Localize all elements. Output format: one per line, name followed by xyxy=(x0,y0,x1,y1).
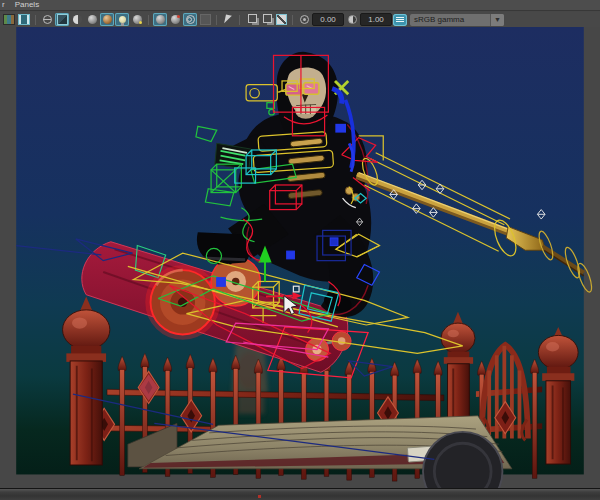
chevron-down-icon[interactable]: ▼ xyxy=(490,14,504,26)
contrast-glyph xyxy=(348,15,357,24)
toolbar-separator xyxy=(216,15,217,25)
plugin-shading-glyph xyxy=(200,14,211,25)
maya-viewport-window: { "menu_bar": { "items": [ {"label": "r"… xyxy=(0,0,600,500)
lightbulb-glyph xyxy=(119,16,126,23)
camera-image-glyph xyxy=(3,14,15,25)
menu-item-renderer[interactable]: r xyxy=(2,0,5,10)
xray-mode-icon[interactable] xyxy=(183,13,197,26)
gamma-correct-icon[interactable] xyxy=(393,14,407,26)
shaded-mode-icon[interactable] xyxy=(55,13,69,26)
isolate-glyph xyxy=(276,14,287,25)
paste-glyph xyxy=(263,14,272,23)
lighting-icon[interactable] xyxy=(115,13,129,26)
gamma-field[interactable]: 1.00 xyxy=(360,13,392,26)
shadows-icon[interactable] xyxy=(130,13,144,26)
material-ball-glyph xyxy=(73,15,82,24)
film-gate-glyph xyxy=(18,14,30,25)
toolbar-separator xyxy=(239,15,240,25)
view-transform-value: sRGB gamma xyxy=(410,14,464,26)
copy-layer-icon[interactable] xyxy=(244,13,258,26)
exposure-icon[interactable] xyxy=(297,13,311,26)
default-material-glyph xyxy=(156,15,165,24)
panel-menu-bar: r Panels xyxy=(0,0,600,11)
xray-glyph xyxy=(186,15,195,24)
viewport-3d[interactable] xyxy=(0,27,600,500)
exposure-field[interactable]: 0.00 xyxy=(312,13,344,26)
stone-post-left[interactable] xyxy=(63,297,110,465)
shadows-glyph xyxy=(133,15,142,24)
plugin-shading-icon[interactable] xyxy=(198,13,212,26)
bottom-panel-bar[interactable] xyxy=(0,488,600,500)
film-gate-icon[interactable] xyxy=(17,13,31,26)
toolbar-separator xyxy=(148,15,149,25)
isolate-select-icon[interactable] xyxy=(274,13,288,26)
viewport-canvas[interactable] xyxy=(0,27,600,500)
wireframe-on-shaded-icon[interactable] xyxy=(85,13,99,26)
select-arrow-glyph xyxy=(224,14,232,24)
default-material-icon[interactable] xyxy=(153,13,167,26)
shaded-cube-glyph xyxy=(57,14,68,25)
textured-mode-icon[interactable] xyxy=(100,13,114,26)
toolbar-separator xyxy=(292,15,293,25)
select-tool-icon[interactable] xyxy=(221,13,235,26)
paint-glyph xyxy=(171,15,180,24)
contrast-icon[interactable] xyxy=(345,13,359,26)
exposure-glyph xyxy=(300,15,309,24)
paint-mode-icon[interactable] xyxy=(168,13,182,26)
camera-image-icon[interactable] xyxy=(2,13,16,26)
view-transform-dropdown[interactable]: sRGB gamma ▼ xyxy=(410,14,504,26)
wireframe-mode-icon[interactable] xyxy=(40,13,54,26)
copy-glyph xyxy=(248,14,257,23)
wos-glyph xyxy=(88,15,97,24)
menu-item-panels[interactable]: Panels xyxy=(15,0,39,10)
textured-glyph xyxy=(103,15,112,24)
viewport-toolbar: 0.00 1.00 sRGB gamma ▼ xyxy=(0,12,600,27)
toolbar-separator xyxy=(35,15,36,25)
paste-layer-icon[interactable] xyxy=(259,13,273,26)
timeline-tick xyxy=(258,495,261,498)
wireframe-glyph xyxy=(43,15,52,24)
material-ball-icon[interactable] xyxy=(70,13,84,26)
